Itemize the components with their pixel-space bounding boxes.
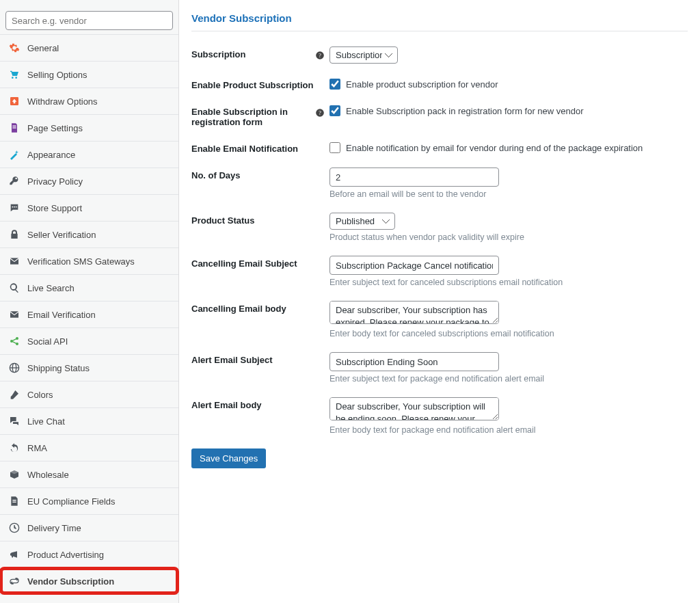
no-of-days-input[interactable] <box>329 168 499 187</box>
page-icon <box>8 122 21 134</box>
megaphone-icon <box>8 548 21 561</box>
alert-subject-label: Alert Email Subject <box>191 352 314 365</box>
subscription-select[interactable]: Subscriptions <box>329 46 398 64</box>
up-icon <box>8 95 21 107</box>
sidebar-item-label: Appearance <box>27 150 170 160</box>
chat-icon <box>8 202 21 214</box>
sidebar-item-live-search[interactable]: Live Search <box>0 274 178 301</box>
help-icon[interactable]: ? <box>314 104 325 118</box>
sidebar-item-page-settings[interactable]: Page Settings <box>0 114 178 141</box>
enable-product-sub-text: Enable product subscription for vendor <box>346 79 498 90</box>
enable-reg-label: Enable Subscription in registration form <box>191 104 314 127</box>
sidebar-item-label: Vendor Subscription <box>27 576 170 587</box>
product-status-select[interactable]: Published <box>329 213 395 230</box>
sidebar-item-label: Social API <box>27 336 170 347</box>
globe-icon <box>8 362 21 374</box>
gear-icon <box>8 42 21 54</box>
sidebar-item-verification-sms-gateways[interactable]: Verification SMS Gateways <box>0 247 178 274</box>
magic-icon <box>8 148 21 161</box>
svg-rect-1 <box>12 126 16 126</box>
sidebar-search-input[interactable] <box>5 11 173 30</box>
save-changes-button[interactable]: Save Changes <box>191 448 266 468</box>
sidebar-item-privacy-policy[interactable]: Privacy Policy <box>0 168 178 194</box>
chats-icon <box>8 415 21 427</box>
sidebar-item-product-advertising[interactable]: Product Advertising <box>0 541 178 567</box>
cancel-body-textarea[interactable]: Dear subscriber, Your subscription has e… <box>329 301 499 324</box>
share-icon <box>8 335 21 347</box>
cart-icon <box>8 68 21 81</box>
sidebar-item-selling-options[interactable]: Selling Options <box>0 61 178 88</box>
sidebar-item-label: EU Compliance Fields <box>27 496 170 507</box>
sidebar-item-store-support[interactable]: Store Support <box>0 194 178 221</box>
sidebar-item-label: Live Chat <box>27 416 170 427</box>
sidebar-item-colors[interactable]: Colors <box>0 381 178 407</box>
sidebar-item-label: Seller Verification <box>27 230 170 240</box>
sidebar-item-rma[interactable]: RMA <box>0 434 178 461</box>
cancel-subject-hint: Enter subject text for canceled subscrip… <box>329 278 688 287</box>
sidebar-item-label: Colors <box>27 390 170 400</box>
brush-icon <box>8 388 21 401</box>
sidebar-item-label: Live Search <box>27 283 170 293</box>
enable-email-notif-text: Enable notification by email for vendor … <box>346 143 643 153</box>
product-status-label: Product Status <box>191 213 314 226</box>
enable-reg-checkbox[interactable] <box>329 105 340 116</box>
sidebar-item-general[interactable]: General <box>0 34 178 61</box>
svg-text:?: ? <box>319 53 321 59</box>
cancel-subject-label: Cancelling Email Subject <box>191 256 314 269</box>
enable-product-sub-checkbox[interactable] <box>329 79 340 90</box>
sidebar-item-appearance[interactable]: Appearance <box>0 141 178 168</box>
no-of-days-hint: Before an email will be sent to the vend… <box>329 189 688 199</box>
alert-subject-hint: Enter subject text for package end notif… <box>329 374 688 384</box>
sidebar-item-vendor-subscription[interactable]: Vendor Subscription <box>0 567 178 594</box>
search-icon <box>8 282 21 294</box>
clock-icon <box>8 522 21 534</box>
no-of-days-label: No. of Days <box>191 168 314 180</box>
key-icon <box>8 175 21 187</box>
sidebar-item-label: Store Support <box>27 203 170 213</box>
enable-email-notif-checkbox[interactable] <box>329 142 340 153</box>
undo-icon <box>8 442 21 454</box>
settings-content: Vendor Subscription Subscription ? Subsc… <box>179 0 700 603</box>
sidebar-item-label: Withdraw Options <box>27 96 170 107</box>
cancel-subject-input[interactable] <box>329 256 499 275</box>
settings-sidebar: GeneralSelling OptionsWithdraw OptionsPa… <box>0 0 179 603</box>
help-icon[interactable]: ? <box>314 46 325 60</box>
sidebar-item-geolocation[interactable]: Geolocation <box>0 594 178 603</box>
svg-rect-11 <box>12 500 16 500</box>
sidebar-item-label: RMA <box>27 443 170 453</box>
enable-email-notif-label: Enable Email Notification <box>191 141 314 154</box>
product-status-hint: Product status when vendor pack validity… <box>329 232 688 242</box>
doc-icon <box>8 495 21 507</box>
lock-icon <box>8 228 21 241</box>
sidebar-item-label: Privacy Policy <box>27 176 170 187</box>
sidebar-item-label: Verification SMS Gateways <box>27 256 170 267</box>
mail-icon <box>8 255 21 267</box>
subscription-label: Subscription <box>191 46 314 59</box>
alert-body-textarea[interactable]: Dear subscriber, Your subscription will … <box>329 397 499 420</box>
cancel-body-label: Cancelling Email body <box>191 301 314 314</box>
sidebar-item-label: Email Verification <box>27 310 170 320</box>
sidebar-item-live-chat[interactable]: Live Chat <box>0 407 178 434</box>
sidebar-item-wholesale[interactable]: Wholesale <box>0 461 178 487</box>
enable-reg-text: Enable Subscription pack in registration… <box>346 106 584 116</box>
sidebar-item-delivery-time[interactable]: Delivery Time <box>0 514 178 541</box>
sidebar-item-label: Delivery Time <box>27 523 170 533</box>
svg-rect-12 <box>12 502 16 502</box>
sidebar-item-social-api[interactable]: Social API <box>0 327 178 354</box>
svg-point-3 <box>12 206 13 208</box>
sidebar-item-shipping-status[interactable]: Shipping Status <box>0 354 178 381</box>
svg-rect-2 <box>12 127 16 128</box>
sidebar-item-eu-compliance-fields[interactable]: EU Compliance Fields <box>0 487 178 514</box>
sidebar-search <box>0 7 178 34</box>
alert-body-label: Alert Email body <box>191 397 314 410</box>
sidebar-item-seller-verification[interactable]: Seller Verification <box>0 221 178 247</box>
sidebar-item-label: Wholesale <box>27 470 170 480</box>
sidebar-item-withdraw-options[interactable]: Withdraw Options <box>0 88 178 114</box>
svg-point-4 <box>14 206 15 208</box>
svg-text:?: ? <box>319 110 321 116</box>
sidebar-item-email-verification[interactable]: Email Verification <box>0 301 178 327</box>
cancel-body-hint: Enter body text for canceled subscriptio… <box>329 329 688 338</box>
alert-subject-input[interactable] <box>329 352 499 371</box>
loop-icon <box>8 575 21 587</box>
sidebar-item-label: Page Settings <box>27 123 170 133</box>
